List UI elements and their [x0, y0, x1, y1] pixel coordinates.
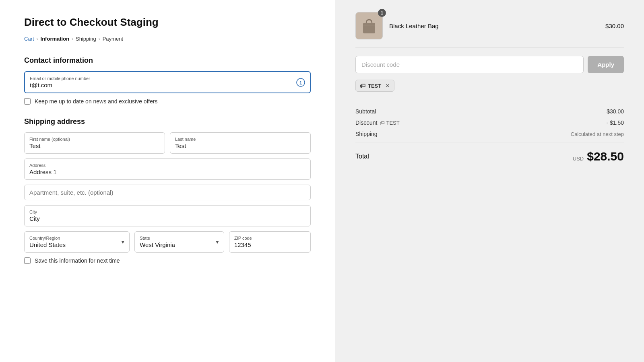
product-name: Black Leather Bag [389, 23, 599, 29]
state-select[interactable]: West Virginia California Texas [140, 241, 219, 248]
discount-inline-tag-name: TEST [386, 120, 399, 126]
first-name-label: First name (optional) [29, 137, 160, 142]
city-input[interactable] [29, 215, 305, 222]
total-right: USD $28.50 [573, 150, 624, 163]
country-select[interactable]: United States Canada United Kingdom [29, 241, 124, 248]
shipping-label: Shipping [355, 131, 378, 137]
city-row: City [24, 205, 311, 226]
total-amount: $28.50 [587, 150, 624, 163]
svg-rect-2 [363, 23, 375, 33]
breadcrumb-sep-2: › [72, 36, 73, 42]
discount-summary-row: Discount 🏷 TEST - $1.50 [355, 119, 624, 126]
zip-group: ZIP code [229, 231, 311, 253]
save-info-label: Save this information for next time [35, 257, 120, 264]
newsletter-row: Keep me up to date on news and exclusive… [24, 98, 311, 105]
product-image-wrapper: 1 [355, 12, 383, 39]
address-input[interactable] [29, 169, 305, 175]
address-group: Address [24, 158, 311, 180]
svg-text:1: 1 [299, 80, 302, 85]
first-name-input[interactable] [29, 142, 160, 149]
country-group: Country/Region United States Canada Unit… [24, 231, 130, 253]
discount-amount: - $1.50 [606, 119, 624, 126]
discount-input[interactable] [355, 56, 584, 73]
breadcrumb-information: Information [41, 36, 70, 42]
contact-section-title: Contact information [24, 56, 311, 65]
discount-tag: 🏷 TEST ✕ [355, 80, 394, 92]
contact-section: Contact information Email or mobile phon… [24, 56, 311, 105]
total-currency: USD [573, 156, 584, 162]
email-input[interactable] [30, 82, 292, 88]
zip-label: ZIP code [234, 236, 305, 241]
breadcrumb: Cart › Information › Shipping › Payment [24, 36, 311, 42]
breadcrumb-payment: Payment [103, 36, 123, 42]
product-row: 1 Black Leather Bag $30.00 [355, 12, 624, 48]
bag-illustration [359, 16, 379, 36]
shipping-section: Shipping address First name (optional) L… [24, 117, 311, 264]
shipping-value: Calculated at next step [571, 131, 624, 137]
state-label: State [140, 236, 219, 241]
zip-input[interactable] [234, 241, 305, 248]
tag-icon: 🏷 [360, 82, 365, 89]
discount-tag-row: 🏷 TEST ✕ [355, 80, 624, 92]
email-field-wrapper: Email or mobile phone number 1 [24, 71, 311, 93]
product-quantity-badge: 1 [378, 9, 386, 17]
last-name-label: Last name [175, 137, 305, 142]
save-info-checkbox[interactable] [24, 257, 31, 264]
discount-label-group: Discount 🏷 TEST [355, 119, 400, 126]
last-name-input[interactable] [175, 142, 305, 149]
address2-row [24, 185, 311, 200]
discount-inline-tag-icon: 🏷 [380, 120, 385, 126]
breadcrumb-shipping: Shipping [76, 36, 96, 42]
summary-section: Subtotal $30.00 Discount 🏷 TEST - $1.50 … [355, 100, 624, 163]
address-label: Address [29, 163, 305, 168]
address-row: Address [24, 158, 311, 180]
address2-group [24, 185, 311, 200]
shipping-row: Shipping Calculated at next step [355, 131, 624, 137]
region-row: Country/Region United States Canada Unit… [24, 231, 311, 253]
apply-button[interactable]: Apply [588, 56, 624, 73]
city-group: City [24, 205, 311, 226]
email-label: Email or mobile phone number [30, 76, 292, 81]
left-panel: Direct to Checkout Staging Cart › Inform… [0, 0, 335, 362]
newsletter-checkbox[interactable] [24, 98, 31, 105]
remove-discount-button[interactable]: ✕ [384, 83, 390, 88]
name-row: First name (optional) Last name [24, 132, 311, 154]
page-title: Direct to Checkout Staging [24, 16, 311, 29]
save-info-row: Save this information for next time [24, 257, 311, 264]
address2-input[interactable] [29, 189, 305, 196]
subtotal-value: $30.00 [607, 108, 624, 115]
password-manager-icon: 1 [296, 78, 305, 87]
discount-row: Apply [355, 56, 624, 73]
right-panel: 1 Black Leather Bag $30.00 Apply 🏷 TEST … [335, 0, 644, 362]
first-name-group: First name (optional) [24, 132, 165, 154]
state-group: State West Virginia California Texas ▼ [134, 231, 224, 253]
product-price: $30.00 [605, 23, 624, 29]
breadcrumb-sep-1: › [37, 36, 38, 42]
newsletter-label: Keep me up to date on news and exclusive… [35, 98, 158, 105]
subtotal-row: Subtotal $30.00 [355, 108, 624, 115]
breadcrumb-sep-3: › [99, 36, 100, 42]
shipping-section-title: Shipping address [24, 117, 311, 126]
discount-summary-label: Discount [355, 119, 377, 126]
discount-inline-tag: 🏷 TEST [380, 120, 399, 126]
total-label: Total [355, 153, 369, 160]
city-label: City [29, 210, 305, 214]
product-image [355, 12, 383, 39]
last-name-group: Last name [170, 132, 311, 154]
country-label: Country/Region [29, 236, 124, 241]
discount-tag-name: TEST [368, 83, 381, 89]
breadcrumb-cart[interactable]: Cart [24, 36, 34, 42]
subtotal-label: Subtotal [355, 108, 376, 115]
total-row: Total USD $28.50 [355, 142, 624, 163]
